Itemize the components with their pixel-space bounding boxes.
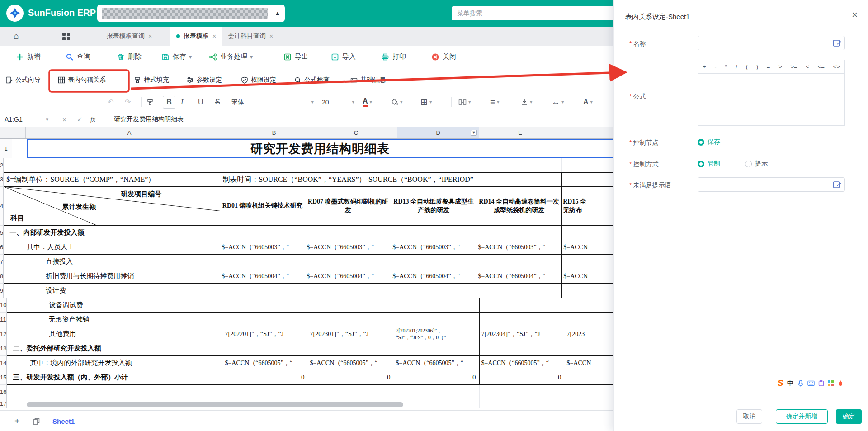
- italic-button[interactable]: I: [181, 92, 183, 112]
- confirm-entry-icon[interactable]: ✓: [77, 112, 83, 127]
- operator-button[interactable]: >=: [791, 63, 797, 70]
- cell-B8-formula[interactable]: $=ACCN（“6605004”，“: [220, 269, 305, 284]
- cell-A13-section[interactable]: 二、委托外部研究开发投入额: [7, 341, 223, 356]
- cell-A4-diagonal-header[interactable]: 研发项目编号 累计发生额 科目: [4, 187, 220, 226]
- cell-A8-label[interactable]: 折旧费用与长期待摊费用摊销: [4, 269, 220, 284]
- spare-column-cell[interactable]: [12, 139, 27, 158]
- row-header-11[interactable]: 11: [0, 313, 7, 327]
- cell-A9-label[interactable]: 设计费: [4, 284, 220, 298]
- operator-button[interactable]: *: [725, 63, 727, 70]
- cell-A7-label[interactable]: 直接投入: [4, 255, 220, 269]
- sheet-tab-sheet1[interactable]: Sheet1: [52, 411, 75, 431]
- underline-button[interactable]: U: [198, 92, 203, 112]
- cell-A15-section[interactable]: 三、研发开发投入额（内、外部）小计: [7, 370, 223, 385]
- new-button[interactable]: 新增: [16, 46, 41, 68]
- cell-A12-label[interactable]: 其他费用: [7, 327, 223, 341]
- cell[interactable]: [565, 385, 613, 399]
- cell-C14-formula[interactable]: $=ACCN（“6605005”，“: [308, 356, 394, 370]
- column-width-button[interactable]: ↔ ▾: [552, 92, 564, 112]
- row-header-2[interactable]: 2: [0, 158, 4, 172]
- cell[interactable]: [394, 385, 480, 399]
- cell-reference-box[interactable]: A1:G1 ▾: [0, 112, 53, 127]
- tab-account-subject-query[interactable]: 会计科目查询 ×: [222, 27, 279, 46]
- font-color-button[interactable]: A ▾: [363, 92, 372, 112]
- col-header-F[interactable]: [561, 127, 613, 138]
- cell-D15-value[interactable]: 0: [394, 370, 480, 385]
- cell-A10-label[interactable]: 设备调试费: [7, 298, 223, 313]
- cell[interactable]: [565, 370, 613, 385]
- cell-C4-project-header[interactable]: RD07 喷墨式数码印刷机的研发: [305, 187, 391, 226]
- tab-report-template[interactable]: 报表模板 ×: [170, 27, 222, 46]
- export-button[interactable]: 导出: [283, 46, 308, 68]
- cell[interactable]: [305, 284, 391, 298]
- apps-grid-icon[interactable]: [56, 27, 76, 46]
- cell[interactable]: [308, 385, 394, 399]
- cell[interactable]: [308, 313, 394, 327]
- row-header-15[interactable]: 15: [0, 370, 7, 385]
- fill-color-button[interactable]: ▾: [391, 92, 403, 112]
- cell-B14-formula[interactable]: $=ACCN（“6605005”，“: [223, 356, 308, 370]
- keyboard-icon[interactable]: [807, 380, 815, 386]
- cell-D12-formula[interactable]: 7[202201;202306]”， “SJ”，“JFS”，0，0（”: [394, 327, 480, 341]
- cell[interactable]: [223, 341, 308, 356]
- cell[interactable]: [391, 255, 476, 269]
- name-input[interactable]: [698, 36, 845, 50]
- close-button[interactable]: 关闭: [431, 46, 456, 68]
- cell-C15-value[interactable]: 0: [308, 370, 394, 385]
- row-header-8[interactable]: 8: [0, 269, 4, 284]
- delete-button[interactable]: 删除: [117, 46, 142, 68]
- fx-icon[interactable]: fx: [90, 112, 95, 127]
- unmet-hint-input[interactable]: [698, 177, 845, 192]
- font-size-select[interactable]: 20 ▾: [322, 92, 354, 112]
- copy-sheet-icon[interactable]: [33, 411, 40, 431]
- row-header-6[interactable]: 6: [0, 240, 4, 255]
- cell-A3-unit-formula[interactable]: $=编制单位：SOURCE（“COMP”，“NAME”）: [4, 172, 220, 187]
- select-all-corner[interactable]: [0, 127, 26, 138]
- cell-A14-label[interactable]: 其中：境内的外部研究开发投入额: [7, 356, 223, 370]
- cell[interactable]: [565, 313, 614, 327]
- radio-save[interactable]: 保存: [698, 138, 720, 146]
- cell-A5-section[interactable]: 一、内部研发开发投入额: [4, 226, 220, 240]
- mic-icon[interactable]: [797, 380, 804, 387]
- operator-button[interactable]: <=: [818, 63, 825, 70]
- cell-E8-formula[interactable]: $=ACCN（“6605004”，“: [476, 269, 562, 284]
- cell[interactable]: [391, 284, 476, 298]
- vertical-align-button[interactable]: ▾: [521, 92, 533, 112]
- flame-icon[interactable]: [838, 380, 843, 386]
- operator-button[interactable]: >: [778, 63, 782, 70]
- ime-mode-indicator[interactable]: 中: [787, 379, 794, 388]
- cell[interactable]: [562, 172, 613, 187]
- style-fill-button[interactable]: 样式填充: [134, 68, 169, 92]
- cell[interactable]: [305, 158, 391, 172]
- print-button[interactable]: 打印: [381, 46, 406, 68]
- cell-B3-date-formula[interactable]: 制表时间：SOURCE（“BOOK”，“YEARS”）-SOURCE（“BOOK…: [220, 172, 562, 187]
- borders-button[interactable]: ⊞ ▾: [420, 92, 432, 112]
- row-header-4[interactable]: 4: [0, 187, 4, 226]
- cell[interactable]: [562, 284, 613, 298]
- cell[interactable]: [305, 255, 391, 269]
- cell[interactable]: [7, 385, 223, 399]
- business-process-button[interactable]: 业务处理 ▾: [209, 46, 253, 68]
- cell[interactable]: [476, 158, 562, 172]
- row-header-1[interactable]: 1: [0, 139, 12, 158]
- cell-A6-label[interactable]: 其中：人员人工: [4, 240, 220, 255]
- row-header-9[interactable]: 9: [0, 284, 4, 298]
- add-sheet-button[interactable]: +: [14, 411, 20, 431]
- col-header-B[interactable]: B: [233, 127, 315, 138]
- chevron-down-icon[interactable]: ▾: [189, 54, 192, 60]
- base-info-button[interactable]: 基础信息: [350, 68, 386, 92]
- panel-close-icon[interactable]: ×: [852, 10, 858, 20]
- cell[interactable]: [220, 158, 305, 172]
- query-button[interactable]: 查询: [66, 46, 90, 68]
- cell[interactable]: [562, 158, 613, 172]
- cell[interactable]: [480, 399, 565, 408]
- cell-D4-project-header[interactable]: RD13 全自动纸质餐具成型生产线的研发: [391, 187, 476, 226]
- cell[interactable]: [220, 226, 305, 240]
- radio-restrict[interactable]: 管制: [698, 160, 720, 168]
- row-header-16[interactable]: 16: [0, 385, 7, 399]
- cell-E15-value[interactable]: 0: [480, 370, 565, 385]
- text-rotate-button[interactable]: A ▾: [583, 92, 593, 112]
- operator-button[interactable]: <: [806, 63, 809, 70]
- cell[interactable]: [391, 158, 476, 172]
- row-header-10[interactable]: 10: [0, 298, 7, 313]
